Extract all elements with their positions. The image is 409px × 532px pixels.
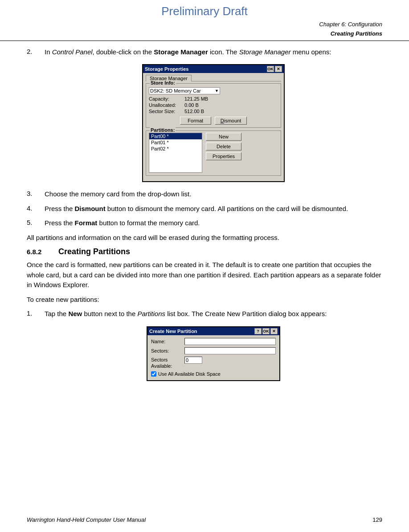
section-682-step1-num: 1. [27, 309, 45, 317]
step-4-text: Press the Dismount button to dismount th… [45, 204, 382, 214]
page-footer: Warrington Hand-Held Computer User Manua… [0, 516, 409, 523]
partition-item[interactable]: Part01 * [149, 139, 202, 146]
capacity-label: Capacity: [149, 96, 184, 102]
create-dialog-title: Create New Partition [149, 329, 197, 334]
chevron-down-icon: ▼ [215, 89, 219, 93]
partition-item[interactable]: Part02 * [149, 146, 202, 152]
all-partitions-para: All partitions and information on the ca… [27, 233, 382, 243]
partition-list[interactable]: Part00 *Part01 *Part02 * [149, 133, 202, 173]
create-sectors-label: Sectors: [151, 348, 184, 353]
create-partition-dialog: Create New Partition ? OK ✕ Name: Sector… [147, 326, 280, 382]
partition-item[interactable]: Part00 * [149, 133, 202, 139]
step-3-text: Choose the memory card from the drop-dow… [45, 189, 382, 199]
create-sectors-row: Sectors: [151, 347, 276, 354]
create-sectors-input[interactable] [184, 347, 276, 354]
step-2-num: 2. [27, 47, 45, 55]
sector-label: Sector Size: [149, 109, 184, 114]
use-all-space-label: Use All Available Disk Space [158, 371, 221, 377]
store-dropdown-row: DSK2: SD Memory Car ▼ [149, 87, 278, 94]
storage-ok-title-btn[interactable]: OK [267, 66, 274, 72]
step-2-text: In Control Panel, double-click on the St… [45, 47, 382, 57]
create-close-btn[interactable]: ✕ [270, 328, 278, 334]
storage-dialog-body: Storage Manager Store Info: DSK2: SD Mem… [143, 73, 284, 181]
step-3: 3. Choose the memory card from the drop-… [27, 189, 382, 199]
delete-partition-button[interactable]: Delete [206, 142, 241, 150]
store-info-group: Store Info: DSK2: SD Memory Car ▼ Capaci… [146, 83, 281, 128]
page-header: Preliminary Draft [0, 0, 409, 20]
step-5: 5. Press the Format button to format the… [27, 218, 382, 228]
partitions-group: Partitions: Part00 *Part01 *Part02 * New… [146, 130, 281, 176]
step-4-num: 4. [27, 204, 45, 212]
create-avail-label: SectorsAvailable: [151, 357, 184, 370]
sector-value: 512.00 B [184, 109, 204, 114]
create-dialog-buttons: ? OK ✕ [254, 328, 278, 334]
footer-title: Warrington Hand-Held Computer User Manua… [27, 516, 146, 523]
section-682-para2: To create new partitions: [27, 295, 382, 305]
storage-dialog-buttons: OK ✕ [267, 66, 282, 72]
create-avail-row: SectorsAvailable: 0 [151, 357, 276, 370]
capacity-row: Capacity: 121.25 MB [149, 96, 278, 102]
footer-page: 129 [372, 516, 382, 523]
partitions-section: Part00 *Part01 *Part02 * New Delete Prop… [149, 133, 278, 173]
unallocated-row: Unallocated: 0.00 B [149, 102, 278, 108]
properties-partition-button[interactable]: Properties [206, 152, 241, 160]
chapter-line2: Creating Partitions [0, 29, 382, 39]
storage-properties-screenshot: Storage Properties OK ✕ Storage Manager … [45, 64, 382, 182]
partitions-title: Partitions: [150, 127, 176, 133]
step-3-num: 3. [27, 189, 45, 197]
step-4: 4. Press the Dismount button to dismount… [27, 204, 382, 214]
format-button[interactable]: Format [180, 117, 211, 125]
create-name-label: Name: [151, 339, 184, 344]
chapter-info: Chapter 6: Configuration Creating Partit… [0, 20, 409, 39]
format-dismount-row: Format Dismount [149, 117, 278, 125]
storage-dialog-title: Storage Properties [145, 66, 188, 72]
section-682-para1: Once the card is formatted, new partitio… [27, 260, 382, 290]
unallocated-value: 0.00 B [184, 102, 199, 108]
new-partition-button[interactable]: New [206, 133, 241, 141]
store-info-title: Store Info: [150, 80, 176, 85]
chapter-line1: Chapter 6: Configuration [0, 20, 382, 29]
storage-close-btn[interactable]: ✕ [275, 66, 282, 72]
section-682-title: Creating Partitions [58, 247, 130, 256]
sector-row: Sector Size: 512.00 B [149, 109, 278, 114]
store-select-value: DSK2: SD Memory Car [150, 88, 201, 93]
partition-buttons: New Delete Properties [206, 133, 241, 173]
storage-dialog-titlebar: Storage Properties OK ✕ [143, 65, 284, 73]
store-select[interactable]: DSK2: SD Memory Car ▼ [149, 87, 220, 94]
capacity-value: 121.25 MB [184, 96, 208, 102]
section-682-num: 6.8.2 [27, 248, 51, 256]
create-dialog-body: Name: Sectors: SectorsAvailable: 0 Use A… [147, 335, 279, 381]
create-name-row: Name: [151, 338, 276, 345]
storage-properties-dialog: Storage Properties OK ✕ Storage Manager … [142, 64, 285, 182]
section-682-step1-text: Tap the New button next to the Partition… [45, 309, 382, 319]
create-name-input[interactable] [184, 338, 276, 345]
step-5-num: 5. [27, 218, 45, 226]
unallocated-label: Unallocated: [149, 102, 184, 108]
create-help-btn[interactable]: ? [254, 328, 262, 334]
step-2: 2. In Control Panel, double-click on the… [27, 47, 382, 57]
create-ok-title-btn[interactable]: OK [262, 328, 270, 334]
step-5-text: Press the Format button to format the me… [45, 218, 382, 228]
section-682-heading: 6.8.2 Creating Partitions [27, 247, 382, 256]
draft-title: Preliminary Draft [0, 4, 409, 18]
create-partition-screenshot: Create New Partition ? OK ✕ Name: Sector… [45, 326, 382, 382]
create-checkbox-row: Use All Available Disk Space [151, 371, 276, 377]
section-682-step1: 1. Tap the New button next to the Partit… [27, 309, 382, 319]
dismount-button[interactable]: Dismount [215, 117, 247, 125]
use-all-space-checkbox[interactable] [151, 371, 156, 377]
create-dialog-titlebar: Create New Partition ? OK ✕ [147, 327, 279, 335]
create-avail-input[interactable]: 0 [184, 357, 202, 364]
